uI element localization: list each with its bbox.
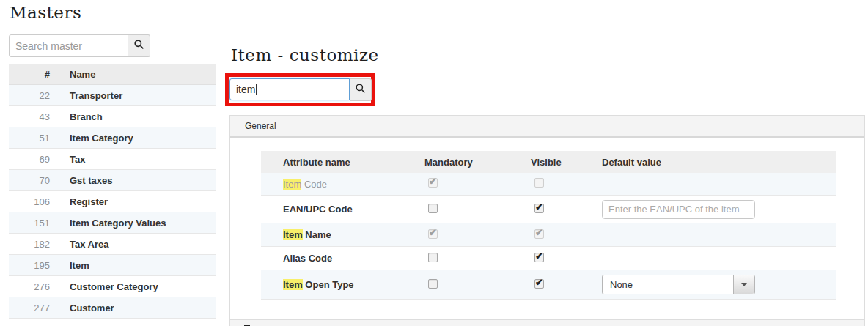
master-id: 151	[9, 218, 50, 229]
mandatory-cell	[415, 178, 521, 190]
mandatory-checkbox	[428, 178, 438, 188]
attribute-name-cell: Alias Code	[261, 253, 415, 264]
attribute-name-text: Code	[301, 179, 327, 190]
next-section-bar-clipped	[229, 319, 865, 326]
attribute-name-cell: Item Name	[261, 229, 415, 240]
master-id: 43	[9, 111, 50, 122]
visible-cell	[521, 229, 593, 241]
detail-page-title: Item - customize	[231, 45, 379, 64]
text-caret	[256, 84, 257, 95]
master-id: 276	[9, 281, 50, 292]
master-name: Customer Category	[50, 281, 158, 292]
master-name: Tax Area	[50, 239, 108, 250]
mandatory-cell	[415, 253, 521, 264]
master-list-item[interactable]: 70Gst taxes	[9, 170, 216, 191]
attribute-row: EAN/UPC Code	[261, 196, 836, 223]
attribute-name-text: EAN/UPC Code	[283, 204, 353, 215]
master-id: 195	[9, 260, 50, 271]
master-list-item[interactable]: 151Item Category Values	[9, 212, 216, 234]
master-list-item[interactable]: 276Customer Category	[9, 276, 216, 297]
master-name: Branch	[50, 111, 103, 122]
master-name: Customer	[50, 303, 114, 314]
search-highlight: Item	[283, 179, 301, 190]
search-highlight: Item	[283, 279, 303, 290]
master-list-item[interactable]: 43Branch	[9, 106, 216, 127]
column-header-id: #	[9, 69, 50, 80]
master-id: 51	[9, 133, 50, 144]
mandatory-checkbox	[428, 229, 438, 239]
mandatory-cell	[415, 204, 521, 215]
mandatory-cell	[415, 229, 521, 241]
attribute-search-value: item	[236, 84, 255, 95]
attribute-row: Alias Code	[261, 247, 836, 270]
visible-cell	[521, 279, 593, 291]
default-value-select[interactable]: None	[602, 275, 755, 294]
mandatory-checkbox[interactable]	[428, 253, 438, 262]
attribute-search-input[interactable]: item	[229, 78, 350, 100]
master-list-item[interactable]: 51Item Category	[9, 127, 216, 149]
master-list-item[interactable]: 195Item	[9, 255, 216, 276]
master-list-item[interactable]: 22Transporter	[9, 85, 216, 106]
master-list-item[interactable]: 182Tax Area	[9, 234, 216, 255]
default-value-cell	[593, 200, 836, 219]
masters-search-button[interactable]	[128, 34, 150, 57]
master-list-item[interactable]: 277Customer	[9, 297, 216, 319]
search-icon	[355, 83, 367, 97]
mandatory-cell	[415, 279, 521, 291]
visible-checkbox[interactable]	[534, 204, 544, 213]
visible-checkbox	[534, 229, 544, 239]
column-header-name: Name	[50, 69, 95, 80]
masters-search-bar	[9, 34, 150, 57]
attribute-name-cell: EAN/UPC Code	[261, 204, 415, 215]
attribute-name-text: Alias Code	[283, 253, 332, 264]
master-name: Gst taxes	[50, 175, 113, 186]
search-icon	[133, 39, 145, 53]
attribute-row: Item Code	[261, 173, 836, 196]
triangle-glyph	[741, 283, 747, 286]
masters-table-header: # Name	[9, 64, 216, 85]
select-selected-value: None	[603, 279, 733, 290]
search-highlight: Item	[283, 229, 303, 240]
general-section-header: General	[230, 116, 864, 138]
column-header-visible: Visible	[521, 157, 593, 168]
attributes-table-header: Attribute name Mandatory Visible Default…	[261, 151, 836, 173]
mandatory-checkbox[interactable]	[428, 204, 438, 213]
master-id: 106	[9, 196, 50, 207]
annotation-red-box: item	[225, 73, 375, 106]
attributes-table: Attribute name Mandatory Visible Default…	[261, 151, 836, 300]
visible-checkbox[interactable]	[534, 253, 544, 262]
visible-cell	[521, 253, 593, 264]
attribute-search-bar: item	[229, 78, 372, 101]
visible-cell	[521, 178, 593, 190]
attribute-name-text: Open Type	[303, 279, 354, 290]
master-id: 182	[9, 239, 50, 250]
app-root: Masters # Name 22Transporter43Branch51It…	[0, 0, 868, 326]
attribute-search-button[interactable]	[350, 78, 372, 101]
attribute-name-cell: Item Code	[261, 179, 415, 190]
master-name: Item Category	[50, 133, 133, 144]
attribute-name-text: Name	[303, 229, 331, 240]
attribute-row: Item Name	[261, 223, 836, 247]
masters-search-input[interactable]	[9, 34, 128, 57]
master-name: Item	[50, 260, 89, 271]
master-name: Tax	[50, 154, 85, 165]
general-section-panel: General Attribute name Mandatory Visible…	[229, 115, 865, 319]
master-list-item[interactable]: 69Tax	[9, 149, 216, 170]
page-title: Masters	[10, 3, 81, 22]
visible-checkbox	[534, 178, 544, 188]
master-list-item[interactable]: 106Register	[9, 191, 216, 212]
visible-cell	[521, 204, 593, 215]
default-value-cell: None	[593, 275, 836, 294]
master-id: 22	[9, 90, 50, 101]
master-name: Register	[50, 196, 108, 207]
chevron-down-icon	[733, 275, 754, 294]
column-header-default-value: Default value	[593, 157, 836, 168]
mandatory-checkbox[interactable]	[428, 279, 438, 289]
masters-table: # Name 22Transporter43Branch51Item Categ…	[9, 64, 216, 319]
general-section-body: Attribute name Mandatory Visible Default…	[230, 151, 864, 300]
column-header-mandatory: Mandatory	[415, 157, 521, 168]
visible-checkbox[interactable]	[534, 279, 544, 289]
master-name: Transporter	[50, 90, 122, 101]
master-id: 70	[9, 175, 50, 186]
default-value-input[interactable]	[602, 200, 755, 219]
